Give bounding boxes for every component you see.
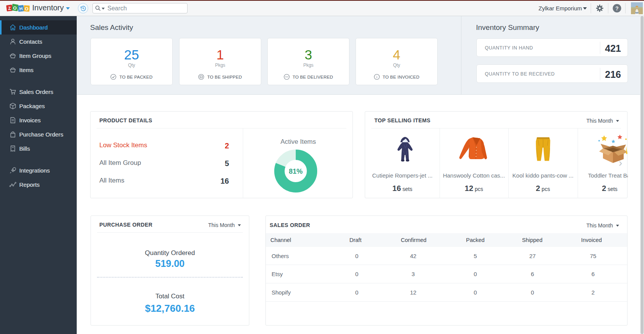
svg-text:?: ? <box>615 5 619 12</box>
svg-text:81%: 81% <box>289 168 303 175</box>
svg-text:H: H <box>19 6 23 12</box>
svg-text:i: i <box>376 75 377 79</box>
svg-text:O: O <box>25 6 28 12</box>
